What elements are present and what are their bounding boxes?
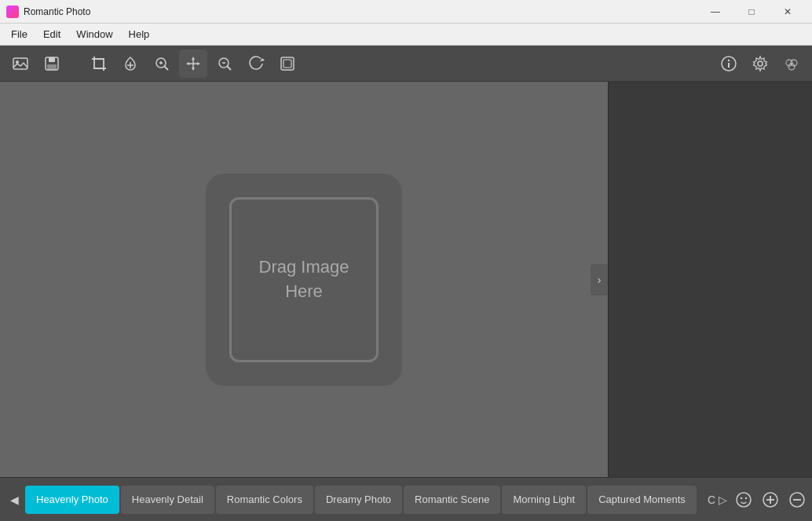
svg-marker-13 xyxy=(186,62,189,65)
window-title: Romantic Photo xyxy=(24,6,697,17)
panel-toggle[interactable]: › xyxy=(591,264,608,295)
move-tool[interactable] xyxy=(179,50,207,78)
main-area: Drag ImageHere › xyxy=(0,82,812,477)
menu-help[interactable]: Help xyxy=(121,25,158,43)
tab-heavenly-photo[interactable]: Heavenly Photo xyxy=(25,486,119,514)
drag-inner[interactable]: Drag ImageHere xyxy=(229,197,379,362)
tabs-container: Heavenly Photo Heavenly Detail Romantic … xyxy=(25,486,706,514)
zoom-in-tool[interactable] xyxy=(148,50,176,78)
zoom-out-tool[interactable] xyxy=(210,50,239,78)
canvas-area[interactable]: Drag ImageHere › xyxy=(0,82,608,477)
add-button[interactable] xyxy=(759,488,782,512)
frame-tool[interactable] xyxy=(273,50,302,78)
save-tool[interactable] xyxy=(38,50,66,78)
svg-rect-4 xyxy=(47,64,57,70)
svg-marker-14 xyxy=(197,62,200,65)
svg-point-31 xyxy=(741,497,742,498)
titlebar: Romantic Photo — □ ✕ xyxy=(0,0,812,24)
svg-point-25 xyxy=(728,59,730,61)
toolbar xyxy=(0,46,812,82)
svg-point-32 xyxy=(745,497,747,498)
drag-zone[interactable]: Drag ImageHere xyxy=(206,174,402,386)
menubar: File Edit Window Help xyxy=(0,24,812,46)
close-button[interactable]: ✕ xyxy=(770,0,806,24)
right-panel xyxy=(608,82,812,477)
menu-file[interactable]: File xyxy=(3,25,35,43)
svg-point-26 xyxy=(758,61,763,66)
menu-window[interactable]: Window xyxy=(68,25,120,43)
open-image-tool[interactable] xyxy=(6,50,35,78)
smiley-button[interactable] xyxy=(732,488,755,512)
drag-text: Drag ImageHere xyxy=(259,255,349,304)
tab-scroll-left[interactable]: ◀ xyxy=(3,484,25,515)
svg-point-30 xyxy=(737,493,751,507)
crop-tool[interactable] xyxy=(85,50,113,78)
bottom-tabs: ◀ Heavenly Photo Heavenly Detail Romanti… xyxy=(0,477,812,521)
tabs-more-button[interactable]: C xyxy=(708,493,715,506)
tab-romantic-scene[interactable]: Romantic Scene xyxy=(404,486,500,514)
tab-heavenly-detail[interactable]: Heavenly Detail xyxy=(121,486,214,514)
settings-tool[interactable] xyxy=(746,50,774,78)
tab-morning-light[interactable]: Morning Light xyxy=(502,486,586,514)
app-icon xyxy=(6,6,19,18)
svg-line-19 xyxy=(228,66,232,70)
svg-marker-20 xyxy=(260,58,265,61)
window-controls: — □ ✕ xyxy=(697,0,806,24)
tab-romantic-colors[interactable]: Romantic Colors xyxy=(216,486,313,514)
effects-tool[interactable] xyxy=(777,50,806,78)
tabs-play-button[interactable]: ▷ xyxy=(719,493,727,506)
tab-dreamy-photo[interactable]: Dreamy Photo xyxy=(315,486,402,514)
remove-button[interactable] xyxy=(785,488,809,512)
svg-rect-22 xyxy=(283,60,291,68)
svg-line-10 xyxy=(165,66,169,70)
bottom-actions xyxy=(732,488,809,512)
heal-tool[interactable] xyxy=(116,50,144,78)
info-tool[interactable] xyxy=(715,50,743,78)
svg-marker-12 xyxy=(192,68,195,71)
minimize-button[interactable]: — xyxy=(697,0,733,24)
rotate-tool[interactable] xyxy=(242,50,270,78)
maximize-button[interactable]: □ xyxy=(733,0,770,24)
svg-marker-11 xyxy=(192,57,195,60)
menu-edit[interactable]: Edit xyxy=(35,25,68,43)
tab-captured-moments[interactable]: Captured Moments xyxy=(587,486,697,514)
svg-rect-0 xyxy=(13,58,27,69)
svg-rect-3 xyxy=(49,57,55,62)
